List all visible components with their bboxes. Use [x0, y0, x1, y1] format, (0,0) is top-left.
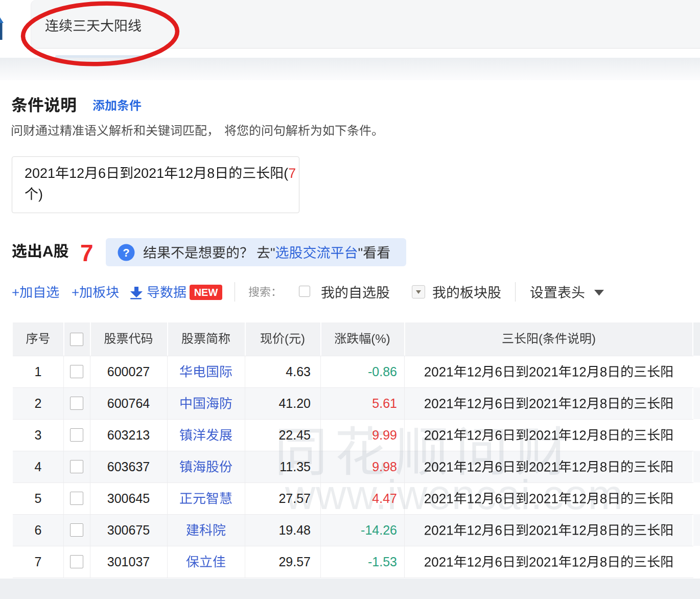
svg-text:?: ? — [123, 246, 129, 259]
svg-text:9.98: 9.98 — [372, 459, 397, 474]
svg-text:www.iwencai.com: www.iwencai.com — [285, 471, 623, 518]
svg-text:301037: 301037 — [107, 555, 150, 569]
svg-text:9.99: 9.99 — [372, 428, 397, 442]
svg-text:6: 6 — [35, 523, 42, 537]
svg-text:22.45: 22.45 — [278, 428, 311, 442]
svg-text:11.35: 11.35 — [279, 459, 311, 474]
svg-text:300675: 300675 — [107, 523, 150, 537]
svg-text:603637: 603637 — [107, 459, 150, 474]
svg-text:27.57: 27.57 — [278, 491, 311, 505]
svg-text:2: 2 — [35, 396, 42, 410]
svg-text:600764: 600764 — [107, 396, 150, 410]
svg-text:4: 4 — [35, 459, 42, 474]
svg-text:4.63: 4.63 — [286, 364, 311, 379]
svg-text:5: 5 — [35, 491, 42, 505]
svg-text:3: 3 — [35, 428, 42, 442]
svg-text:4.47: 4.47 — [372, 491, 397, 505]
svg-text:1: 1 — [35, 364, 42, 379]
svg-text:5.61: 5.61 — [372, 396, 397, 410]
svg-text:29.57: 29.57 — [278, 555, 311, 569]
svg-text:300645: 300645 — [107, 491, 150, 505]
svg-text:7: 7 — [80, 240, 94, 266]
svg-text:-0.86: -0.86 — [368, 364, 397, 379]
svg-text:-1.53: -1.53 — [368, 555, 397, 569]
svg-text:19.48: 19.48 — [278, 523, 311, 537]
svg-text:41.20: 41.20 — [278, 396, 311, 410]
svg-text:-14.26: -14.26 — [361, 523, 397, 537]
svg-text:603213: 603213 — [107, 428, 150, 442]
svg-text:7: 7 — [35, 555, 42, 569]
svg-text:600027: 600027 — [107, 364, 150, 379]
